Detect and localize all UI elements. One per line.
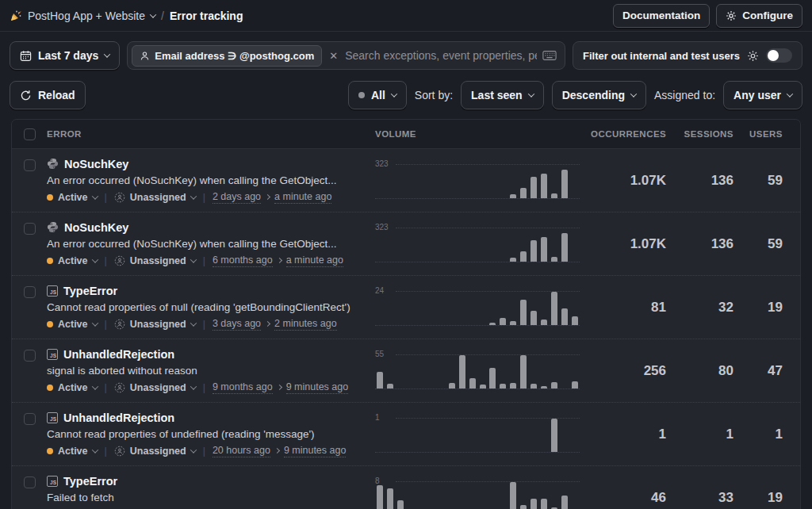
status-filter-dropdown[interactable]: All bbox=[348, 81, 407, 109]
error-title[interactable]: UnhandledRejection bbox=[63, 348, 174, 361]
last-seen-time: 9 minutes ago bbox=[286, 381, 349, 394]
header-users[interactable]: USERS bbox=[733, 129, 783, 139]
error-tracking-page: PostHog App + Website / Error tracking D… bbox=[0, 0, 812, 509]
date-range-button[interactable]: Last 7 days bbox=[10, 41, 120, 70]
search-box[interactable]: Email address ∋ @posthog.com ✕ bbox=[127, 41, 565, 70]
sparkline-bar-slot bbox=[549, 419, 559, 452]
sparkline-bar-slot bbox=[436, 228, 446, 262]
error-title[interactable]: TypeError bbox=[63, 475, 117, 488]
sparkline-bar-slot bbox=[396, 482, 406, 509]
table-row[interactable]: JS TypeError Failed to fetch Active | Un… bbox=[12, 466, 800, 509]
sparkline-bar-slot bbox=[416, 292, 427, 325]
internal-filter-toggle[interactable] bbox=[766, 48, 792, 63]
status-dropdown[interactable]: Active bbox=[58, 319, 88, 330]
sparkline-bar-slot bbox=[529, 165, 539, 198]
reload-button[interactable]: Reload bbox=[10, 81, 86, 109]
assignee-dropdown[interactable]: Unassigned bbox=[130, 382, 186, 393]
sparkline-bar bbox=[520, 300, 527, 325]
sparkline-bar-slot bbox=[467, 165, 477, 198]
header-occurrences[interactable]: OCCURRENCES bbox=[591, 129, 666, 139]
error-title[interactable]: NoSuchKey bbox=[64, 158, 128, 170]
row-checkbox[interactable] bbox=[24, 350, 36, 362]
sparkline-bar bbox=[541, 320, 547, 324]
chevron-down-icon bbox=[190, 256, 196, 262]
error-title[interactable]: NoSuchKey bbox=[64, 221, 128, 234]
sparkline-bar bbox=[449, 383, 455, 388]
sparkline-bar bbox=[500, 318, 506, 324]
row-checkbox[interactable] bbox=[24, 159, 36, 171]
row-checkbox[interactable] bbox=[24, 476, 36, 488]
documentation-button[interactable]: Documentation bbox=[613, 4, 710, 28]
sparkline-bar bbox=[500, 384, 506, 388]
chevron-down-icon[interactable] bbox=[150, 11, 156, 17]
first-seen-time: 6 months ago bbox=[213, 254, 273, 267]
python-icon bbox=[47, 221, 59, 233]
sparkline-bar bbox=[377, 485, 383, 509]
sparkline-bar bbox=[551, 382, 557, 388]
sessions-value: 33 bbox=[666, 490, 733, 506]
assignee-dropdown[interactable]: Unassigned bbox=[130, 255, 186, 266]
javascript-icon: JS bbox=[47, 476, 58, 487]
assigned-to-value: Any user bbox=[733, 89, 781, 101]
search-input[interactable] bbox=[345, 49, 537, 62]
sparkline-bar-slot bbox=[385, 165, 396, 198]
occurrences-value: 1 bbox=[591, 427, 666, 442]
sort-direction-dropdown[interactable]: Descending bbox=[552, 81, 646, 109]
sparkline-bar bbox=[469, 378, 476, 388]
sparkline-bar bbox=[541, 237, 547, 261]
sparkline-bar-slot bbox=[569, 355, 580, 388]
sparkline-bar bbox=[480, 385, 486, 388]
gear-icon[interactable] bbox=[747, 50, 759, 62]
chevron-down-icon bbox=[91, 193, 98, 199]
sparkline-bar bbox=[489, 368, 496, 388]
remove-filter-icon[interactable]: ✕ bbox=[327, 50, 339, 62]
status-filter-value: All bbox=[371, 89, 385, 101]
sparkline-bar bbox=[551, 193, 557, 197]
status-dropdown[interactable]: Active bbox=[58, 192, 88, 203]
sparkline-bar-slot bbox=[488, 482, 498, 509]
configure-button[interactable]: Configure bbox=[716, 4, 802, 28]
row-checkbox[interactable] bbox=[24, 223, 36, 235]
error-title[interactable]: UnhandledRejection bbox=[63, 411, 174, 424]
sparkline-bars bbox=[375, 355, 580, 388]
row-status-line: Active | Unassigned | 20 hours ago 9 min… bbox=[47, 445, 370, 457]
assignee-dropdown[interactable]: Unassigned bbox=[130, 319, 186, 330]
row-status-line: Active | Unassigned | 3 days ago 2 minut… bbox=[47, 318, 370, 331]
row-checkbox[interactable] bbox=[24, 286, 36, 298]
error-table: ERROR VOLUME OCCURRENCES SESSIONS USERS … bbox=[11, 119, 801, 509]
status-dropdown[interactable]: Active bbox=[58, 446, 88, 457]
documentation-button-label: Documentation bbox=[622, 10, 700, 21]
sparkline-bar-slot bbox=[436, 419, 446, 452]
sparkline-bar-slot bbox=[519, 165, 529, 198]
sort-field-dropdown[interactable]: Last seen bbox=[461, 81, 544, 109]
row-checkbox[interactable] bbox=[24, 413, 36, 425]
select-all-checkbox[interactable] bbox=[24, 128, 36, 140]
assignee-dropdown[interactable]: Unassigned bbox=[130, 446, 186, 457]
sparkline-bar-slot bbox=[519, 292, 529, 325]
status-dropdown[interactable]: Active bbox=[58, 382, 88, 393]
breadcrumb-project[interactable]: PostHog App + Website bbox=[28, 10, 145, 22]
error-description: Failed to fetch bbox=[47, 492, 370, 503]
breadcrumb-separator: / bbox=[161, 10, 164, 22]
sparkline-bar bbox=[387, 384, 393, 388]
table-row[interactable]: JS TypeError Cannot read properties of n… bbox=[12, 276, 800, 339]
table-row[interactable]: JS NoSuchKey An error occurred (NoSuchKe… bbox=[12, 149, 800, 212]
reload-button-label: Reload bbox=[38, 89, 75, 101]
email-filter-chip[interactable]: Email address ∋ @posthog.com bbox=[132, 45, 322, 67]
chevron-down-icon bbox=[91, 446, 98, 453]
assignee-dropdown[interactable]: Unassigned bbox=[130, 192, 186, 203]
header-sessions[interactable]: SESSIONS bbox=[666, 129, 733, 139]
volume-sparkline: 323 bbox=[375, 163, 580, 199]
sparkline-bar-slot bbox=[427, 482, 437, 509]
error-title[interactable]: TypeError bbox=[63, 285, 117, 297]
sparkline-bars bbox=[375, 165, 580, 198]
table-row[interactable]: JS NoSuchKey An error occurred (NoSuchKe… bbox=[12, 212, 800, 276]
assigned-to-dropdown[interactable]: Any user bbox=[723, 81, 802, 109]
users-value: 59 bbox=[733, 173, 783, 189]
status-dropdown[interactable]: Active bbox=[58, 255, 88, 266]
chevron-down-icon bbox=[104, 51, 110, 57]
sparkline-bar bbox=[530, 177, 537, 197]
sparkline-bar bbox=[572, 381, 578, 388]
table-row[interactable]: JS UnhandledRejection signal is aborted … bbox=[12, 339, 800, 403]
table-row[interactable]: JS UnhandledRejection Cannot read proper… bbox=[12, 403, 800, 466]
